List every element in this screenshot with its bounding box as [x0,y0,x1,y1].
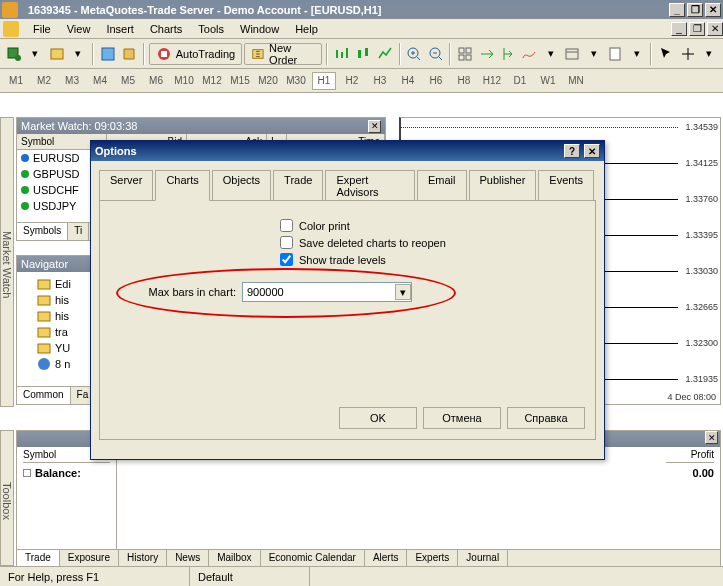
timeframe-h2[interactable]: H2 [340,72,364,90]
timeframe-h12[interactable]: H12 [480,72,504,90]
timeframe-m12[interactable]: M12 [200,72,224,90]
dialog-tab-server[interactable]: Server [99,170,153,201]
mdi-close-button[interactable]: ✕ [707,22,723,36]
help-button[interactable]: Справка [507,407,585,429]
dropdown-icon[interactable]: ▾ [699,43,718,65]
dialog-tab-objects[interactable]: Objects [212,170,271,201]
maximize-button[interactable]: ❐ [687,3,703,17]
tab-ticks[interactable]: Ti [68,223,89,240]
dialog-tab-email[interactable]: Email [417,170,467,201]
toolbox-tab-journal[interactable]: Journal [458,550,508,567]
timeframe-m3[interactable]: M3 [60,72,84,90]
tab-common[interactable]: Common [17,387,71,404]
panel-close-icon[interactable]: ✕ [368,120,381,133]
dialog-tab-expert-advisors[interactable]: Expert Advisors [325,170,415,201]
toolbox-tab-experts[interactable]: Experts [407,550,458,567]
timeframe-d1[interactable]: D1 [508,72,532,90]
dropdown-icon[interactable]: ▾ [627,43,646,65]
timeframe-m6[interactable]: M6 [144,72,168,90]
indicators-icon[interactable] [520,43,539,65]
shift-icon[interactable] [498,43,517,65]
dialog-tab-charts[interactable]: Charts [155,170,209,201]
zoom-in-icon[interactable] [405,43,424,65]
maxbars-combo[interactable]: 900000 ▾ [242,282,412,302]
navigator-icon[interactable] [119,43,138,65]
zoom-out-icon[interactable] [426,43,445,65]
timeframe-h1[interactable]: H1 [312,72,336,90]
dropdown-icon[interactable]: ▾ [541,43,560,65]
timeframe-h4[interactable]: H4 [396,72,420,90]
panel-close-icon[interactable]: ✕ [705,431,718,444]
dropdown-icon[interactable]: ▾ [25,43,44,65]
scroll-icon[interactable] [477,43,496,65]
menu-insert[interactable]: Insert [98,21,142,37]
candle-chart-icon[interactable] [354,43,373,65]
options-dialog: Options ? ✕ ServerChartsObjectsTradeExpe… [90,140,605,460]
toolbox-tab-trade[interactable]: Trade [17,550,60,567]
template-icon[interactable] [606,43,625,65]
timeframe-m20[interactable]: M20 [256,72,280,90]
svg-rect-17 [38,280,50,289]
timeframe-m5[interactable]: M5 [116,72,140,90]
mdi-minimize-button[interactable]: _ [671,22,687,36]
side-market-watch[interactable]: Market Watch [0,117,14,407]
dialog-tab-publisher[interactable]: Publisher [469,170,537,201]
toolbox-tab-mailbox[interactable]: Mailbox [209,550,260,567]
side-toolbox[interactable]: Toolbox [0,430,14,566]
crosshair-icon[interactable] [678,43,697,65]
new-order-button[interactable]: New Order [244,43,322,65]
svg-rect-21 [38,344,50,353]
dropdown-icon[interactable]: ▾ [584,43,603,65]
line-chart-icon[interactable] [375,43,394,65]
timeframe-m1[interactable]: M1 [4,72,28,90]
show-trade-levels-checkbox[interactable] [280,253,293,266]
timeframe-h6[interactable]: H6 [424,72,448,90]
cancel-button[interactable]: Отмена [423,407,501,429]
dropdown-icon[interactable]: ▾ [68,43,87,65]
toolbox-tab-alerts[interactable]: Alerts [365,550,408,567]
timeframe-m2[interactable]: M2 [32,72,56,90]
dialog-help-button[interactable]: ? [564,144,580,158]
dialog-tab-events[interactable]: Events [538,170,594,201]
period-icon[interactable] [563,43,582,65]
minimize-button[interactable]: _ [669,3,685,17]
mdi-restore-button[interactable]: ❐ [689,22,705,36]
timeframe-m30[interactable]: M30 [284,72,308,90]
timeframe-m10[interactable]: M10 [172,72,196,90]
menu-help[interactable]: Help [287,21,326,37]
menu-view[interactable]: View [59,21,99,37]
dialog-tab-trade[interactable]: Trade [273,170,323,201]
tile-icon[interactable] [455,43,474,65]
timeframe-mn[interactable]: MN [564,72,588,90]
menu-charts[interactable]: Charts [142,21,190,37]
color-print-checkbox[interactable] [280,219,293,232]
cursor-icon[interactable] [656,43,675,65]
timeframe-w1[interactable]: W1 [536,72,560,90]
close-button[interactable]: ✕ [705,3,721,17]
col-profit[interactable]: Profit [666,449,714,463]
tab-symbols[interactable]: Symbols [17,223,68,240]
timeframe-h3[interactable]: H3 [368,72,392,90]
profiles-icon[interactable] [47,43,66,65]
ok-button[interactable]: OK [339,407,417,429]
toolbox-tab-exposure[interactable]: Exposure [60,550,119,567]
menu-tools[interactable]: Tools [190,21,232,37]
dialog-body: Color print Save deleted charts to reope… [99,200,596,440]
new-chart-icon[interactable] [4,43,23,65]
toolbox-tab-history[interactable]: History [119,550,167,567]
menu-window[interactable]: Window [232,21,287,37]
y-tick-label: 1.34125 [685,158,718,168]
dialog-titlebar[interactable]: Options ? ✕ [91,141,604,161]
timeframe-h8[interactable]: H8 [452,72,476,90]
timeframe-m4[interactable]: M4 [88,72,112,90]
dialog-close-button[interactable]: ✕ [584,144,600,158]
timeframe-m15[interactable]: M15 [228,72,252,90]
bar-chart-icon[interactable] [332,43,351,65]
toolbox-tab-news[interactable]: News [167,550,209,567]
market-watch-icon[interactable] [98,43,117,65]
autotrading-button[interactable]: AutoTrading [149,43,243,65]
menu-file[interactable]: File [25,21,59,37]
toolbox-tab-economic-calendar[interactable]: Economic Calendar [261,550,365,567]
chevron-down-icon[interactable]: ▾ [395,284,411,300]
save-deleted-checkbox[interactable] [280,236,293,249]
